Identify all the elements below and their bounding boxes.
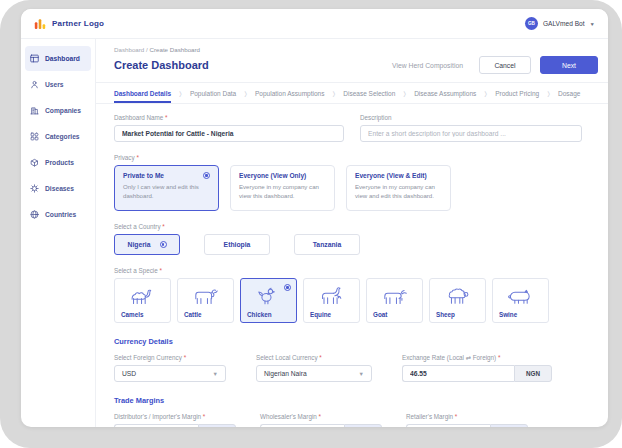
sidebar-item-categories[interactable]: Categories [25,124,91,149]
country-label: Select a Country * [114,223,582,230]
partner-logo-icon [34,18,46,30]
dashboard-name-input[interactable] [114,125,344,142]
user-menu[interactable]: GB GALVmed Bot ▼ [525,17,595,30]
sidebar-item-diseases[interactable]: Diseases [25,176,91,201]
privacy-option-title: Everyone (View Only) [239,172,306,179]
tab-population-data[interactable]: Population Data [190,83,236,103]
privacy-option-everyone-view-only[interactable]: Everyone (View Only) Everyone in my comp… [230,165,335,211]
specie-option-swine[interactable]: Swine [492,278,549,323]
specie-option-chicken[interactable]: Chicken [240,278,297,323]
tab-dashboard-details[interactable]: Dashboard Details [114,83,171,103]
horse-icon [316,284,348,307]
page-title: Create Dashboard [114,59,392,71]
specie-option-camels[interactable]: Camels [114,278,171,323]
topbar: Partner Logo GB GALVmed Bot ▼ [21,9,608,39]
tab-dosage[interactable]: Dosage [558,83,580,103]
chevron-down-icon: ▼ [359,371,364,377]
country-name: Ethiopia [224,241,251,248]
specie-name: Swine [499,311,542,318]
country-name: Tanzania [313,241,342,248]
app-window: Partner Logo GB GALVmed Bot ▼ Dashboard … [21,9,608,427]
foreign-currency-label: Select Foreign Currency * [114,354,226,361]
chevron-separator-icon: › [179,85,182,102]
specie-option-cattle[interactable]: Cattle [177,278,234,323]
dashboard-details-form: Dashboard Name * Description Privacy * [96,104,608,427]
sidebar-item-dashboard[interactable]: Dashboard [25,46,91,71]
chevron-separator-icon: › [547,85,550,102]
main-content: Dashboard / Create Dashboard Create Dash… [96,39,608,427]
country-option-nigeria[interactable]: Nigeria [114,234,180,255]
specie-name: Chicken [247,311,290,318]
product-box-icon [30,158,39,167]
cattle-icon [190,284,222,307]
privacy-option-desc: Only I can view and edit this dashboard. [123,182,210,200]
foreign-currency-select[interactable]: USD ▼ [114,365,226,382]
user-name: GALVmed Bot [543,20,585,27]
next-button[interactable]: Next [540,56,598,74]
chevron-down-icon: ▼ [213,371,218,377]
goat-icon [379,284,411,307]
breadcrumb-parent[interactable]: Dashboard [114,46,144,53]
distributor-margin-suffix [198,424,236,427]
specie-name: Camels [121,311,164,318]
retailer-margin-input[interactable] [406,424,490,427]
sidebar-item-label: Users [45,81,64,88]
currency-details-heading: Currency Details [114,337,582,346]
chevron-separator-icon: › [244,85,247,102]
specie-name: Goat [373,311,416,318]
dashboard-icon [30,54,39,63]
description-label: Description [360,114,582,121]
building-icon [30,106,39,115]
globe-icon [30,210,39,219]
country-option-ethiopia[interactable]: Ethiopia [204,234,270,255]
specie-option-sheep[interactable]: Sheep [429,278,486,323]
local-currency-select[interactable]: Nigerian Naira ▼ [256,365,372,382]
dashboard-name-label: Dashboard Name * [114,114,344,121]
breadcrumb: Dashboard / Create Dashboard [114,46,598,53]
specie-label: Select a Specie * [114,267,582,274]
wholesaler-margin-input[interactable] [260,424,344,427]
privacy-option-title: Everyone (View & Edit) [355,172,427,179]
exchange-rate-input[interactable] [402,365,514,382]
specie-option-equine[interactable]: Equine [303,278,360,323]
specie-name: Cattle [184,311,227,318]
view-herd-composition-link[interactable]: View Herd Composition [392,62,463,69]
tab-disease-selection[interactable]: Disease Selection [343,83,395,103]
description-input[interactable] [360,125,582,142]
tab-product-pricing[interactable]: Product Pricing [495,83,539,103]
trade-margins-heading: Trade Margins [114,396,582,405]
privacy-option-desc: Everyone in my company can view this das… [239,182,326,200]
privacy-label: Privacy * [114,154,582,161]
sidebar: Dashboard Users Companies Categories Pro… [21,39,96,427]
pig-icon [505,284,537,307]
breadcrumb-current: Create Dashboard [149,46,200,53]
distributor-margin-input[interactable] [114,424,198,427]
virus-icon [30,184,39,193]
privacy-option-private-to-me[interactable]: Private to Me Only I can view and edit t… [114,165,219,211]
chevron-down-icon: ▼ [590,21,595,26]
country-option-tanzania[interactable]: Tanzania [294,234,360,255]
sidebar-item-users[interactable]: Users [25,72,91,97]
sidebar-item-countries[interactable]: Countries [25,202,91,227]
chicken-icon [253,284,285,307]
radio-selected-icon [284,284,291,291]
users-icon [30,80,39,89]
sidebar-item-label: Diseases [45,185,74,192]
tab-population-assumptions[interactable]: Population Assumptions [255,83,324,103]
privacy-option-everyone-view-edit[interactable]: Everyone (View & Edit) Everyone in my co… [346,165,451,211]
tab-disease-assumptions[interactable]: Disease Assumptions [414,83,476,103]
camel-icon [127,284,159,307]
sidebar-item-label: Companies [45,107,81,114]
specie-option-goat[interactable]: Goat [366,278,423,323]
cancel-button[interactable]: Cancel [479,56,531,74]
sidebar-item-companies[interactable]: Companies [25,98,91,123]
wholesaler-margin-label: Wholesaler's Margin * [260,413,382,420]
brand-name: Partner Logo [52,19,104,28]
chevron-separator-icon: › [332,85,335,102]
categories-grid-icon [30,132,39,141]
sidebar-item-label: Dashboard [45,55,80,62]
local-currency-label: Select Local Currency * [256,354,372,361]
sidebar-item-products[interactable]: Products [25,150,91,175]
exchange-rate-currency-suffix: NGN [514,365,552,382]
specie-name: Sheep [436,311,479,318]
